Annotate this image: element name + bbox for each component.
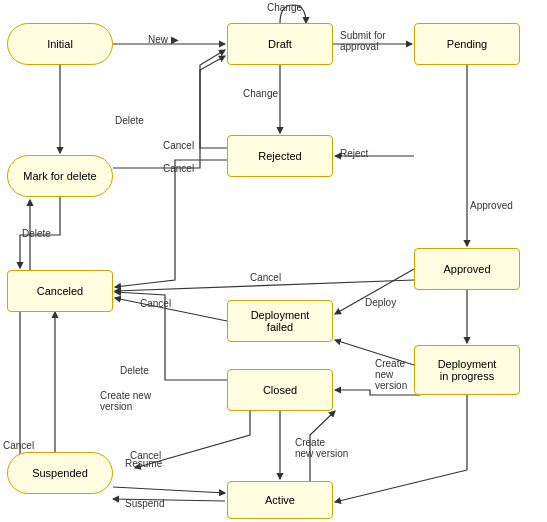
label-delete-closed: Delete [120, 365, 149, 376]
label-suspend: Suspend [125, 498, 164, 509]
node-deploy-failed: Deployment failed [227, 300, 333, 342]
node-active: Active [227, 481, 333, 519]
node-rejected: Rejected [227, 135, 333, 177]
node-closed: Closed [227, 369, 333, 411]
label-deploy: Deploy [365, 297, 396, 308]
node-approved: Approved [414, 248, 520, 290]
svg-line-9 [335, 470, 467, 502]
state-diagram: Initial Draft Pending Mark for delete Re… [0, 0, 547, 522]
node-deploy-progress-label: Deployment in progress [438, 358, 497, 382]
label-cancel-active: Cancel [130, 450, 161, 461]
node-active-label: Active [265, 494, 295, 506]
node-suspended: Suspended [7, 452, 113, 494]
svg-line-10 [113, 487, 225, 493]
node-canceled: Canceled [7, 270, 113, 312]
node-mark-delete-label: Mark for delete [23, 170, 96, 182]
node-deploy-progress: Deployment in progress [414, 345, 520, 395]
node-approved-label: Approved [443, 263, 490, 275]
label-cancel2: Cancel [163, 163, 194, 174]
label-delete-mark: Delete [22, 228, 51, 239]
node-draft-label: Draft [268, 38, 292, 50]
label-cancel-approved: Cancel [250, 272, 281, 283]
node-initial-label: Initial [47, 38, 73, 50]
node-pending-label: Pending [447, 38, 487, 50]
node-suspended-label: Suspended [32, 467, 88, 479]
label-cancel-top: Cancel [163, 140, 194, 151]
node-initial: Initial [7, 23, 113, 65]
node-draft: Draft [227, 23, 333, 65]
label-cancel-bottom: Cancel [3, 440, 34, 451]
label-change-top: Change [267, 2, 302, 13]
label-delete-top: Delete [115, 115, 144, 126]
label-cancel-deploy: Cancel [140, 298, 171, 309]
node-closed-label: Closed [263, 384, 297, 396]
label-create-new-version2: Create newversion [100, 390, 151, 412]
label-approved: Approved [470, 200, 513, 211]
node-deploy-failed-label: Deployment failed [251, 309, 310, 333]
label-new: New ▶ [148, 34, 179, 45]
label-create-new-version3: Createnew version [295, 437, 348, 459]
node-pending: Pending [414, 23, 520, 65]
node-canceled-label: Canceled [37, 285, 83, 297]
node-mark-delete: Mark for delete [7, 155, 113, 197]
label-submit: Submit forapproval [340, 30, 386, 52]
label-reject: Reject [340, 148, 368, 159]
label-change: Change [243, 88, 278, 99]
label-create-new-version: Createnewversion [375, 358, 407, 391]
node-rejected-label: Rejected [258, 150, 301, 162]
